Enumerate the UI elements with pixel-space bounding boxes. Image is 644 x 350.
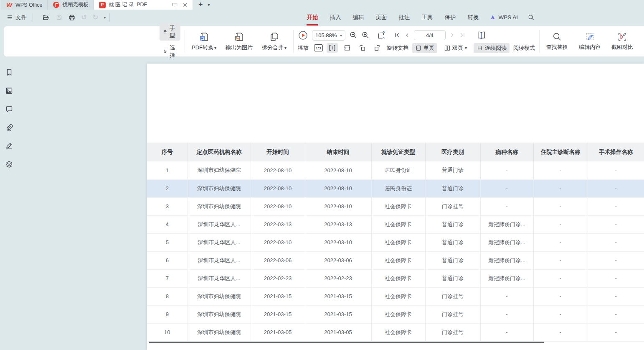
rotate-left-icon[interactable] [357,43,368,53]
table-cell: - [480,287,533,305]
rotate-right-icon[interactable] [372,43,383,53]
open-folder-icon[interactable] [42,14,50,21]
read-mode-book-icon[interactable] [476,30,487,41]
tab-list-chevron-down-icon[interactable]: ▾ [208,3,210,7]
tab-docer-templates[interactable]: 找稻壳模板 [48,0,94,10]
refresh-pages-icon[interactable] [377,30,387,40]
pdf-convert-button[interactable]: PDF转换▾ [189,31,219,52]
next-page-icon[interactable] [449,32,455,38]
menu-item-insert[interactable]: 插入 [324,12,347,23]
pdf-convert-icon [199,31,210,42]
table-cell: 居民身份证 [371,179,425,197]
single-page-button[interactable]: 单页 [412,43,437,53]
table-cell: 2021-03-15 [305,305,371,323]
menu-item-annotate[interactable]: 批注 [393,12,416,23]
table-cell: 2022-03-13 [305,215,371,233]
wps-ai-button[interactable]: WPS AI [484,14,523,20]
select-tool-button[interactable]: 选择 [160,43,180,60]
tab-document-pdf[interactable]: P 就 医 记 录 .PDF ✕ [94,0,193,10]
table-body: 1深圳市妇幼保健院2022-08-102022-08-10居民身份证普通门诊--… [147,161,644,341]
quickbar-chevron-down-icon[interactable]: ▾ [104,15,106,20]
table-cell: - [480,305,533,323]
print-icon[interactable] [68,14,76,21]
table-cell: - [588,251,644,269]
new-tab-plus-icon[interactable]: + [198,0,203,9]
table-cell: 2021-03-15 [251,287,305,305]
table-row[interactable]: 5深圳市龙华区人...2022-03-102022-03-10社会保障卡普通门诊… [147,233,644,251]
play-icon[interactable] [298,30,308,41]
export-image-icon [234,31,245,42]
table-row[interactable]: 1深圳市妇幼保健院2022-08-102022-08-10居民身份证普通门诊--… [147,161,644,179]
table-row[interactable]: 10深圳市妇幼保健院2021-03-052021-03-05社会保障卡门诊挂号-… [147,323,644,341]
menu-item-home[interactable]: 开始 [301,12,324,23]
table-cell: - [533,215,588,233]
table-cell: 5 [147,233,188,251]
zoom-level-select[interactable]: 105.88% ▾ [312,30,345,41]
table-row[interactable]: 7深圳市龙华区人...2022-02-232022-02-23社会保障卡普通门诊… [147,269,644,287]
table-cell: 深圳市龙华区人... [188,269,251,287]
file-menu-button[interactable]: 文件 [4,14,29,21]
table-cell: - [480,161,533,179]
export-image-button[interactable]: 输出为图片 [223,31,255,52]
thumbnail-icon[interactable] [5,86,14,95]
monitor-icon[interactable] [171,1,178,9]
rotate-document-label[interactable]: 旋转文档 [387,44,408,52]
read-mode-label[interactable]: 阅读模式 [513,44,535,52]
table-row[interactable]: 3深圳市妇幼保健院2022-08-102022-08-10社会保障卡门诊挂号--… [147,197,644,215]
menu-item-edit[interactable]: 编辑 [347,12,370,23]
continuous-reading-button[interactable]: 连续阅读 [474,43,510,53]
attachment-icon[interactable] [5,123,14,132]
menu-item-convert[interactable]: 转换 [461,12,484,23]
fit-width-icon[interactable] [327,43,338,53]
table-cell: 2021-03-15 [251,305,305,323]
comment-icon[interactable] [5,105,14,114]
table-row[interactable]: 6深圳市龙华区人...2022-03-062022-03-06社会保障卡普通门诊… [147,251,644,269]
redo-icon[interactable]: ↻ [92,14,98,21]
table-cell: 深圳市妇幼保健院 [188,323,251,341]
split-merge-button[interactable]: 拆分合并▾ [259,31,289,52]
table-cell: 2022-03-10 [251,233,305,251]
play-label[interactable]: 播放 [298,44,310,52]
search-icon[interactable] [527,14,535,21]
export-image-label: 输出为图片 [226,44,253,51]
table-cell: - [588,215,644,233]
find-replace-button[interactable]: 查找替换 [544,31,570,52]
quick-access-bar: 文件 ↺ ↻ ▾ 开始 插入 编辑 页面 批注 工具 保护 转换 WPS AI [0,10,644,25]
wps-ai-logo-icon [489,14,496,20]
zoom-in-icon[interactable] [361,31,370,39]
table-row[interactable]: 2深圳市妇幼保健院2022-08-102022-08-10居民身份证普通门诊--… [147,179,644,197]
screenshot-compare-button[interactable]: 截图对比 [609,31,636,52]
screenshot-compare-label: 截图对比 [611,43,633,51]
actual-size-button[interactable]: 1:1 [314,44,323,51]
ribbon-toolbar: 手型 选择 PDF转换▾ 输出为图片 拆分合并▾ 105.88% [3,26,644,57]
save-icon[interactable] [55,14,63,21]
table-cell: 3 [147,197,188,215]
hand-tool-button[interactable]: 手型 [160,23,180,41]
last-page-icon[interactable] [459,32,466,38]
screenshot-compare-icon [617,32,627,42]
tab-wps-office[interactable]: W WPS Office [1,0,48,10]
zoom-out-icon[interactable] [349,31,357,39]
pdf-document-page[interactable]: 序号定点医药机构名称开始时间结束时间就诊凭证类型医疗类别病种名称住院主诊断名称手… [147,64,644,350]
undo-icon[interactable]: ↺ [81,14,87,21]
table-row[interactable]: 8深圳市妇幼保健院2021-03-152021-03-15社会保障卡门诊挂号--… [147,287,644,305]
bookmark-icon[interactable] [5,68,14,77]
menu-item-protect[interactable]: 保护 [439,12,461,23]
page-number-input[interactable]: 4/4 [414,30,446,40]
layers-icon[interactable] [5,160,14,169]
first-page-icon[interactable] [394,32,401,38]
compress-button[interactable]: 压缩 [641,31,644,52]
signature-icon[interactable] [5,141,14,151]
column-header: 医疗类别 [425,143,480,161]
close-tab-icon[interactable]: ✕ [183,2,188,8]
fit-page-icon[interactable] [342,43,353,53]
medical-records-table: 序号定点医药机构名称开始时间结束时间就诊凭证类型医疗类别病种名称住院主诊断名称手… [147,143,644,342]
table-row[interactable]: 4深圳市龙华区人...2022-03-132022-03-13社会保障卡普通门诊… [147,215,644,233]
menu-item-tools[interactable]: 工具 [416,12,439,23]
edit-content-button[interactable]: 编辑内容 [576,31,603,52]
previous-page-icon[interactable] [404,32,410,38]
menu-item-page[interactable]: 页面 [370,12,393,23]
double-page-button[interactable]: 双页 ▾ [441,43,470,53]
table-row[interactable]: 9深圳市妇幼保健院2021-03-152021-03-15社会保障卡门诊挂号--… [147,305,644,323]
table-cell: 普通门诊 [425,179,480,197]
